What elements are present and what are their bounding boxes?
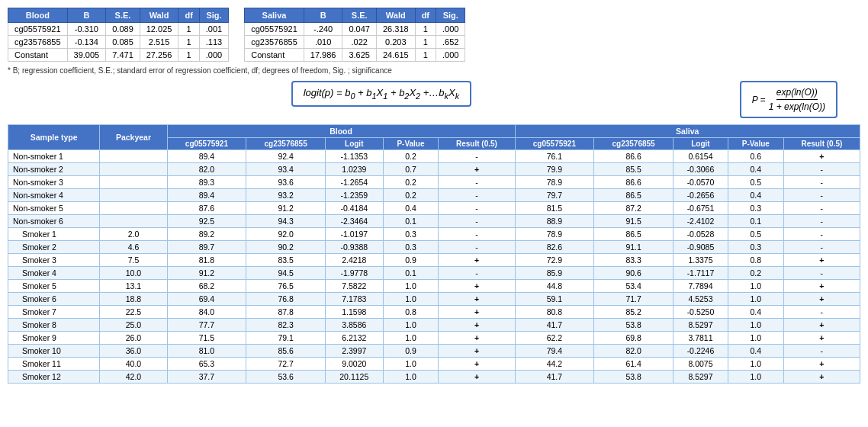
main-data-table: Sample type Packyear Blood Saliva cg0557…	[8, 124, 860, 384]
table-cell: 69.8	[594, 332, 674, 345]
table-cell: 82.0	[594, 345, 674, 358]
table-cell: 81.8	[167, 254, 246, 267]
table-cell: 0.9	[383, 254, 439, 267]
table-cell: 1.0	[728, 319, 783, 332]
col-blood-cg1: cg05575921	[167, 138, 246, 150]
probability-formula-box: P = exp(ln(O)) 1 + exp(ln(O))	[740, 81, 837, 118]
table-cell: 69.4	[167, 293, 246, 306]
table-cell: 1	[415, 49, 436, 62]
table-cell: 7.5	[100, 254, 167, 267]
table-cell: .001	[199, 23, 228, 36]
table-cell	[100, 176, 167, 189]
table-cell: 26.0	[100, 332, 167, 345]
table-cell: 0.3	[728, 241, 783, 254]
table-cell: -	[783, 306, 860, 319]
saliva-col-se: S.E.	[342, 8, 377, 23]
table-cell: +	[783, 358, 860, 371]
col-blood-cg2: cg23576855	[246, 138, 326, 150]
table-cell: -	[439, 215, 515, 228]
blood-col-wald: Wald	[140, 8, 178, 23]
table-cell: 1.0	[383, 332, 439, 345]
table-cell: -	[783, 345, 860, 358]
table-cell: 20.1125	[325, 371, 383, 384]
table-cell: 0.6	[728, 150, 783, 163]
prob-p-label: P =	[752, 95, 766, 105]
table-cell: +	[439, 332, 515, 345]
table-row: Smoker 825.077.782.33.85861.0+41.753.88.…	[8, 319, 860, 332]
table-cell: +	[783, 254, 860, 267]
table-cell: 82.6	[515, 241, 594, 254]
table-cell: 26.318	[376, 23, 415, 36]
table-cell: 79.7	[515, 189, 594, 202]
table-cell: .000	[199, 49, 228, 62]
col-saliva-cg1: cg05575921	[515, 138, 594, 150]
table-cell: 1.0	[728, 358, 783, 371]
prob-denominator: 1 + exp(ln(O))	[769, 100, 825, 112]
table-cell: -0.310	[67, 23, 106, 36]
table-cell: -	[783, 267, 860, 280]
table-cell: 10.0	[100, 267, 167, 280]
table-cell: Smoker 2	[8, 241, 100, 254]
table-cell: 91.2	[167, 267, 246, 280]
saliva-col-wald: Wald	[376, 8, 415, 23]
table-cell: 82.0	[167, 163, 246, 176]
table-cell: 0.089	[106, 23, 140, 36]
table-row: Non-smoker 587.691.2-0.41840.4-81.587.2-…	[8, 202, 860, 215]
table-cell: Smoker 11	[8, 358, 100, 371]
table-cell: -1.2359	[325, 189, 383, 202]
table-cell: +	[439, 254, 515, 267]
table-row: Smoker 618.869.476.87.17831.0+59.171.74.…	[8, 293, 860, 306]
table-cell: 8.5297	[673, 371, 728, 384]
table-row: Smoker 37.581.883.52.42180.9+72.983.31.3…	[8, 254, 860, 267]
table-cell: 83.3	[594, 254, 674, 267]
col-blood-result: Result (0.5)	[439, 138, 515, 150]
table-cell: 1.0	[728, 332, 783, 345]
table-cell: 1.0	[728, 280, 783, 293]
table-row: Smoker 722.584.087.81.15980.8+80.885.2-0…	[8, 306, 860, 319]
table-cell: 41.7	[515, 319, 594, 332]
blood-col-sig: Sig.	[199, 8, 228, 23]
table-cell: 76.8	[246, 293, 326, 306]
table-cell: 1.0	[383, 280, 439, 293]
col-blood-group: Blood	[167, 125, 515, 138]
table-cell: 53.8	[594, 319, 674, 332]
table-cell: 82.3	[246, 319, 326, 332]
table-cell: 86.5	[594, 228, 674, 241]
table-cell: -0.0570	[673, 176, 728, 189]
table-cell: cg05575921	[245, 23, 304, 36]
table-cell: Constant	[8, 49, 68, 62]
table-cell: Non-smoker 2	[8, 163, 100, 176]
table-cell: -0.3066	[673, 163, 728, 176]
table-cell: Smoker 6	[8, 293, 100, 306]
table-cell: 1.1598	[325, 306, 383, 319]
table-cell: Non-smoker 1	[8, 150, 100, 163]
table-cell: 87.6	[167, 202, 246, 215]
table-cell: 0.2	[383, 150, 439, 163]
prob-numerator: exp(ln(O))	[776, 87, 818, 100]
table-cell: -1.0197	[325, 228, 383, 241]
table-cell: 39.005	[67, 49, 106, 62]
table-cell: -	[439, 267, 515, 280]
table-cell: 1.0	[383, 371, 439, 384]
table-cell: 61.4	[594, 358, 674, 371]
table-cell: 53.4	[594, 280, 674, 293]
table-cell: -	[783, 241, 860, 254]
table-cell: 17.986	[304, 49, 342, 62]
table-cell: .000	[436, 49, 465, 62]
table-cell: cg23576855	[245, 36, 304, 49]
blood-regression-table: Blood B S.E. Wald df Sig. cg05575921-0.3…	[8, 8, 229, 62]
table-cell: 86.6	[594, 150, 674, 163]
table-cell: 0.4	[728, 345, 783, 358]
table-cell: +	[783, 332, 860, 345]
table-row: Smoker 513.168.276.57.58221.0+44.853.47.…	[8, 280, 860, 293]
table-cell: -	[439, 228, 515, 241]
table-cell: 93.2	[246, 189, 326, 202]
table-cell: -	[439, 241, 515, 254]
table-cell: 89.2	[167, 228, 246, 241]
saliva-regression-table: Saliva B S.E. Wald df Sig. cg05575921-.2…	[244, 8, 465, 62]
table-cell: 0.4	[728, 163, 783, 176]
table-cell: 84.0	[167, 306, 246, 319]
table-cell: 18.8	[100, 293, 167, 306]
table-cell: -1.2654	[325, 176, 383, 189]
table-cell: 79.4	[515, 345, 594, 358]
